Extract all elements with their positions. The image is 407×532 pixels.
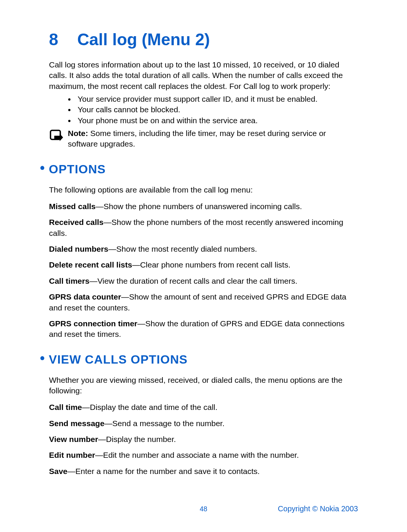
note-arrow-icon xyxy=(49,128,68,146)
options-intro: The following options are available from… xyxy=(49,185,358,195)
option-item: Send message—Send a message to the numbe… xyxy=(49,418,358,429)
option-item: Received calls—Show the phone numbers of… xyxy=(49,217,358,238)
option-desc: —Clear phone numbers from recent call li… xyxy=(132,260,291,269)
option-term: Send message xyxy=(49,419,104,428)
option-term: Missed calls xyxy=(49,202,96,211)
note-block: Note: Some timers, including the life ti… xyxy=(49,128,358,150)
view-calls-intro: Whether you are viewing missed, received… xyxy=(49,375,358,396)
option-term: View number xyxy=(49,435,98,443)
note-label: Note: xyxy=(68,129,88,138)
note-text: Note: Some timers, including the life ti… xyxy=(68,128,358,150)
section-title: OPTIONS xyxy=(49,162,106,176)
option-desc: —Show the phone numbers of unanswered in… xyxy=(96,202,302,211)
option-item: Save—Enter a name for the number and sav… xyxy=(49,466,358,477)
option-term: Dialed numbers xyxy=(49,245,109,253)
option-desc: —Send a message to the number. xyxy=(104,419,225,428)
option-term: Delete recent call lists xyxy=(49,260,132,269)
option-item: Edit number—Edit the number and associat… xyxy=(49,450,358,460)
bullet-icon: • xyxy=(40,350,45,366)
page-footer: 48 Copyright © Nokia 2003 xyxy=(49,504,358,513)
option-desc: —Edit the number and associate a name wi… xyxy=(95,451,299,459)
section-heading-view-calls: •VIEW CALLS OPTIONS xyxy=(40,350,358,367)
option-term: Call timers xyxy=(49,277,89,285)
section-title: VIEW CALLS OPTIONS xyxy=(49,353,188,366)
option-desc: —Show the most recently dialed numbers. xyxy=(109,245,257,253)
bullet-icon: • xyxy=(40,160,45,176)
chapter-heading: 8Call log (Menu 2) xyxy=(49,30,358,49)
option-item: GPRS connection timer—Show the duration … xyxy=(49,318,358,340)
document-page: 8Call log (Menu 2) Call log stores infor… xyxy=(0,0,407,532)
option-term: Received calls xyxy=(49,218,104,226)
option-item: Call time—Display the date and time of t… xyxy=(49,402,358,413)
option-desc: —Display the date and time of the call. xyxy=(82,403,218,411)
option-term: Edit number xyxy=(49,451,95,459)
option-item: Call timers—View the duration of recent … xyxy=(49,276,358,286)
list-item: Your service provider must support calle… xyxy=(75,94,358,104)
intro-paragraph: Call log stores information about up to … xyxy=(49,60,358,92)
option-item: Dialed numbers—Show the most recently di… xyxy=(49,244,358,254)
option-item: View number—Display the number. xyxy=(49,434,358,445)
chapter-number: 8 xyxy=(49,30,77,49)
option-item: GPRS data counter—Show the amount of sen… xyxy=(49,292,358,313)
page-number: 48 xyxy=(153,505,255,513)
option-term: Call time xyxy=(49,403,82,411)
requirements-list: Your service provider must support calle… xyxy=(49,94,358,126)
chapter-title: Call log (Menu 2) xyxy=(77,30,210,49)
copyright: Copyright © Nokia 2003 xyxy=(256,504,358,513)
option-desc: —Display the number. xyxy=(98,435,176,443)
option-desc: —View the duration of recent calls and c… xyxy=(89,277,297,285)
note-body: Some timers, including the life timer, m… xyxy=(68,129,326,148)
option-term: Save xyxy=(49,467,67,475)
section-heading-options: •OPTIONS xyxy=(40,160,358,176)
option-item: Delete recent call lists—Clear phone num… xyxy=(49,260,358,270)
list-item: Your phone must be on and within the ser… xyxy=(75,115,358,126)
option-term: GPRS connection timer xyxy=(49,319,138,328)
option-term: GPRS data counter xyxy=(49,292,121,301)
list-item: Your calls cannot be blocked. xyxy=(75,104,358,115)
option-desc: —Enter a name for the number and save it… xyxy=(67,467,260,475)
option-item: Missed calls—Show the phone numbers of u… xyxy=(49,201,358,212)
